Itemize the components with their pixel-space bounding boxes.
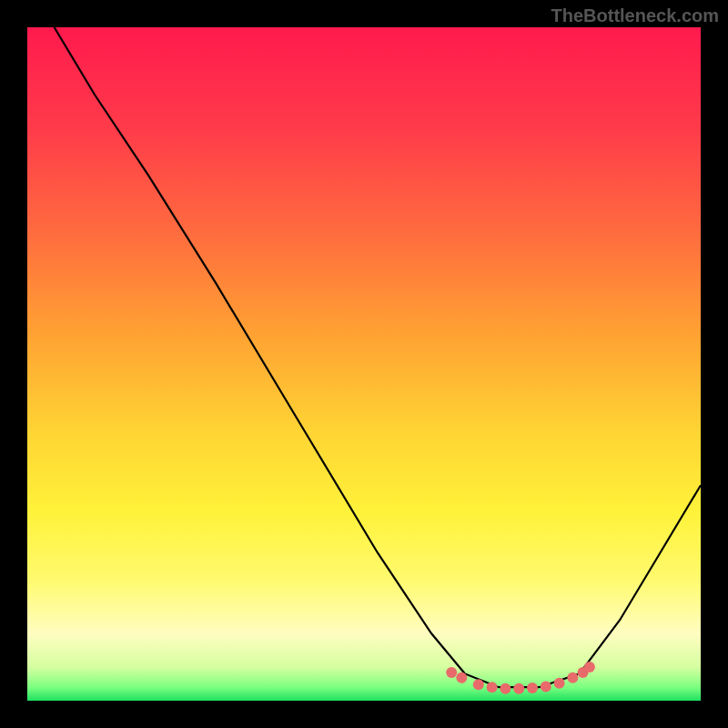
chart-marker bbox=[554, 678, 565, 689]
chart-background bbox=[27, 27, 701, 701]
chart-plot-area bbox=[27, 27, 701, 701]
chart-marker bbox=[541, 682, 551, 693]
chart-marker bbox=[584, 662, 595, 672]
chart-marker bbox=[513, 683, 524, 694]
chart-marker bbox=[567, 672, 578, 683]
chart-marker bbox=[446, 667, 457, 678]
chart-marker bbox=[487, 682, 498, 693]
chart-marker bbox=[473, 679, 484, 690]
chart-svg bbox=[27, 27, 701, 701]
watermark-text: TheBottleneck.com bbox=[551, 5, 719, 26]
chart-marker bbox=[456, 672, 467, 683]
chart-marker bbox=[527, 682, 538, 693]
chart-marker bbox=[500, 683, 511, 694]
